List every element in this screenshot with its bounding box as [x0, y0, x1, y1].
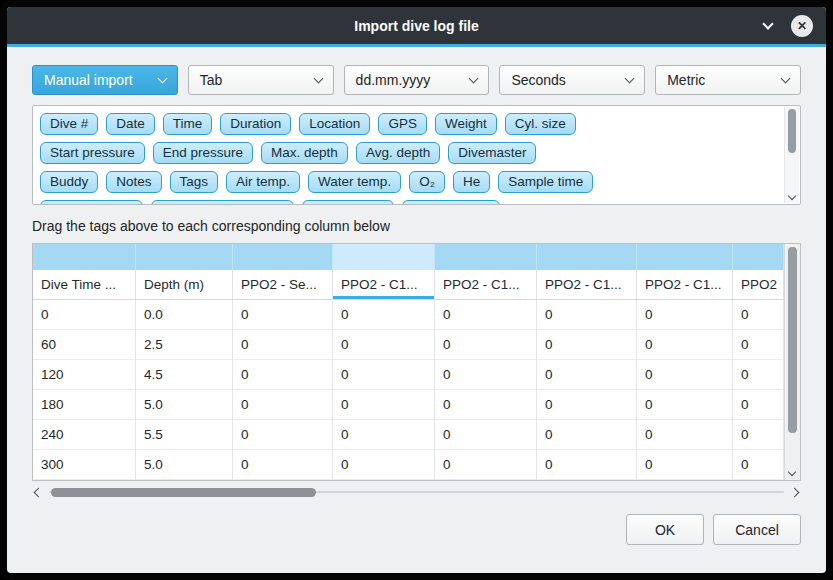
column-drop-target[interactable]: [637, 244, 733, 270]
tag-location[interactable]: Location: [299, 113, 370, 135]
shade-button[interactable]: [760, 20, 776, 32]
tag-sample-time[interactable]: Sample time: [498, 171, 593, 193]
tag-duration[interactable]: Duration: [220, 113, 291, 135]
scroll-right-icon[interactable]: [790, 487, 800, 497]
table-cell: 0: [537, 390, 637, 420]
scrollbar-track[interactable]: [49, 484, 784, 500]
units-value: Metric: [667, 72, 705, 88]
table-cell: 0: [435, 420, 537, 450]
scroll-down-icon[interactable]: [788, 192, 796, 200]
tag-divemaster[interactable]: Divemaster: [448, 142, 536, 164]
tag-he[interactable]: He: [453, 171, 490, 193]
table-cell: 0: [435, 300, 537, 330]
tag-water-temp[interactable]: Water temp.: [308, 171, 401, 193]
table-row: 120 4.5 0 0 0 0 0 0: [33, 360, 784, 390]
table-cell: 0: [733, 300, 784, 330]
drop-target-row: [33, 244, 784, 270]
instruction-text: Drag the tags above to each correspondin…: [32, 218, 801, 234]
tag-sample-po2[interactable]: Sample pO₂: [302, 200, 395, 205]
tag-date[interactable]: Date: [106, 113, 155, 135]
column-header-selected: PPO2 - C1...: [333, 270, 435, 300]
close-button[interactable]: ✕: [791, 15, 813, 37]
table-row: 300 5.0 0 0 0 0 0 0: [33, 450, 784, 480]
table-cell: 0: [333, 360, 435, 390]
scrollbar-thumb[interactable]: [788, 109, 796, 153]
table-cell: 5.5: [136, 420, 233, 450]
table-cell: 5.0: [136, 450, 233, 480]
import-mode-select[interactable]: Manual import: [32, 65, 178, 95]
table-cell: 0: [435, 450, 537, 480]
tag-sample-depth[interactable]: Sample depth: [40, 200, 143, 205]
tag-dive-number[interactable]: Dive #: [40, 113, 98, 135]
dialog-buttons: OK Cancel: [32, 514, 801, 559]
table-row: 240 5.5 0 0 0 0 0 0: [33, 420, 784, 450]
chevron-down-icon: [781, 73, 791, 83]
scroll-down-icon[interactable]: [788, 468, 796, 476]
table-cell: 0: [637, 330, 733, 360]
scrollbar-thumb[interactable]: [788, 247, 797, 433]
tag-start-pressure[interactable]: Start pressure: [40, 142, 145, 164]
import-dialog: Import dive log file ✕ Manual import Tab…: [7, 7, 826, 573]
tag-gps[interactable]: GPS: [378, 113, 427, 135]
chevron-down-icon: [469, 73, 479, 83]
table-cell: 2.5: [136, 330, 233, 360]
table-cell: 0: [333, 390, 435, 420]
table-cell: 0: [233, 420, 333, 450]
tag-row-clipped: Sample depth Sample temperature Sample p…: [40, 200, 774, 205]
tag-palette-scrollbar[interactable]: [784, 107, 799, 203]
table-cell: 0: [733, 420, 784, 450]
table-cell: 0: [435, 360, 537, 390]
column-drop-target[interactable]: [733, 244, 784, 270]
table-cell: 0: [637, 300, 733, 330]
tag-air-temp[interactable]: Air temp.: [226, 171, 300, 193]
table-cell: 0: [233, 360, 333, 390]
column-drop-target-selected[interactable]: [333, 244, 435, 270]
table-cell: 0: [233, 300, 333, 330]
tag-notes[interactable]: Notes: [106, 171, 161, 193]
tag-sample-cns[interactable]: Sample CNS: [402, 200, 500, 205]
date-format-select[interactable]: dd.mm.yyyy: [344, 65, 490, 95]
column-drop-target[interactable]: [435, 244, 537, 270]
table-cell: 0: [637, 360, 733, 390]
column-header: PPO2 - Se...: [233, 270, 333, 300]
tag-time[interactable]: Time: [163, 113, 213, 135]
scrollbar-thumb[interactable]: [51, 488, 316, 497]
tag-cyl-size[interactable]: Cyl. size: [505, 113, 576, 135]
duration-format-value: Seconds: [511, 72, 565, 88]
date-format-value: dd.mm.yyyy: [356, 72, 431, 88]
table-cell: 0: [537, 450, 637, 480]
cancel-button[interactable]: Cancel: [713, 514, 801, 545]
tag-tags[interactable]: Tags: [170, 171, 219, 193]
tag-avg-depth[interactable]: Avg. depth: [356, 142, 440, 164]
table-cell: 0.0: [136, 300, 233, 330]
duration-format-select[interactable]: Seconds: [499, 65, 645, 95]
table-cell: 0: [33, 300, 136, 330]
tag-palette: Dive # Date Time Duration Location GPS W…: [32, 105, 801, 205]
table-cell: 0: [233, 450, 333, 480]
tag-end-pressure[interactable]: End pressure: [153, 142, 253, 164]
table-cell: 0: [333, 450, 435, 480]
tag-buddy[interactable]: Buddy: [40, 171, 98, 193]
scroll-left-icon[interactable]: [34, 487, 44, 497]
table-cell: 0: [233, 390, 333, 420]
tag-max-depth[interactable]: Max. depth: [261, 142, 348, 164]
table-cell: 0: [733, 390, 784, 420]
units-select[interactable]: Metric: [655, 65, 801, 95]
column-drop-target[interactable]: [537, 244, 637, 270]
tag-o2[interactable]: O₂: [409, 171, 445, 193]
ok-button[interactable]: OK: [626, 514, 704, 545]
column-drop-target[interactable]: [136, 244, 233, 270]
import-mode-value: Manual import: [44, 72, 133, 88]
tag-weight[interactable]: Weight: [435, 113, 497, 135]
preview-table: Dive Time ... Depth (m) PPO2 - Se... PPO…: [32, 243, 801, 481]
table-vertical-scrollbar[interactable]: [784, 244, 800, 480]
close-icon: ✕: [797, 19, 807, 33]
table-cell: 0: [637, 390, 733, 420]
column-drop-target[interactable]: [33, 244, 136, 270]
tag-sample-temperature[interactable]: Sample temperature: [151, 200, 293, 205]
column-drop-target[interactable]: [233, 244, 333, 270]
table-cell: 0: [537, 360, 637, 390]
field-separator-select[interactable]: Tab: [188, 65, 334, 95]
table-horizontal-scrollbar[interactable]: [32, 484, 801, 500]
table-cell: 4.5: [136, 360, 233, 390]
